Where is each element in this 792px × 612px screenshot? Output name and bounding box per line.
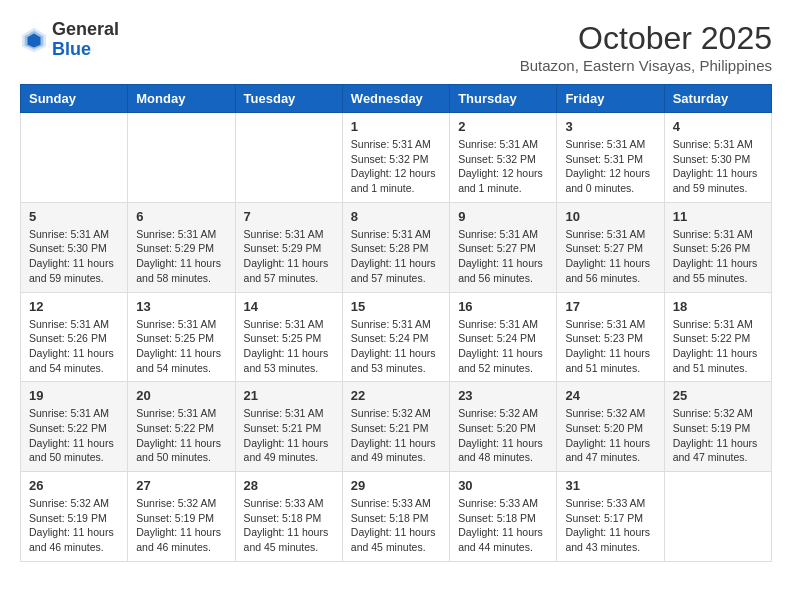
- day-number: 19: [29, 388, 119, 403]
- calendar-cell: 8Sunrise: 5:31 AM Sunset: 5:28 PM Daylig…: [342, 202, 449, 292]
- day-number: 24: [565, 388, 655, 403]
- calendar-cell: 22Sunrise: 5:32 AM Sunset: 5:21 PM Dayli…: [342, 382, 449, 472]
- calendar-cell: 26Sunrise: 5:32 AM Sunset: 5:19 PM Dayli…: [21, 472, 128, 562]
- day-number: 8: [351, 209, 441, 224]
- calendar-cell: 16Sunrise: 5:31 AM Sunset: 5:24 PM Dayli…: [450, 292, 557, 382]
- weekday-header-sunday: Sunday: [21, 85, 128, 113]
- day-info: Sunrise: 5:32 AM Sunset: 5:21 PM Dayligh…: [351, 406, 441, 465]
- day-info: Sunrise: 5:32 AM Sunset: 5:19 PM Dayligh…: [136, 496, 226, 555]
- calendar-cell: 10Sunrise: 5:31 AM Sunset: 5:27 PM Dayli…: [557, 202, 664, 292]
- day-number: 12: [29, 299, 119, 314]
- weekday-header-monday: Monday: [128, 85, 235, 113]
- day-info: Sunrise: 5:32 AM Sunset: 5:20 PM Dayligh…: [458, 406, 548, 465]
- day-info: Sunrise: 5:31 AM Sunset: 5:27 PM Dayligh…: [458, 227, 548, 286]
- calendar-cell: 4Sunrise: 5:31 AM Sunset: 5:30 PM Daylig…: [664, 113, 771, 203]
- day-info: Sunrise: 5:31 AM Sunset: 5:29 PM Dayligh…: [244, 227, 334, 286]
- calendar-week-row: 26Sunrise: 5:32 AM Sunset: 5:19 PM Dayli…: [21, 472, 772, 562]
- day-info: Sunrise: 5:31 AM Sunset: 5:24 PM Dayligh…: [458, 317, 548, 376]
- calendar-cell: 14Sunrise: 5:31 AM Sunset: 5:25 PM Dayli…: [235, 292, 342, 382]
- day-info: Sunrise: 5:33 AM Sunset: 5:18 PM Dayligh…: [244, 496, 334, 555]
- calendar-cell: [128, 113, 235, 203]
- calendar-cell: 6Sunrise: 5:31 AM Sunset: 5:29 PM Daylig…: [128, 202, 235, 292]
- logo: General Blue: [20, 20, 119, 60]
- day-info: Sunrise: 5:31 AM Sunset: 5:30 PM Dayligh…: [29, 227, 119, 286]
- calendar-cell: 3Sunrise: 5:31 AM Sunset: 5:31 PM Daylig…: [557, 113, 664, 203]
- day-number: 14: [244, 299, 334, 314]
- day-number: 11: [673, 209, 763, 224]
- logo-general-text: General: [52, 19, 119, 39]
- calendar-cell: 23Sunrise: 5:32 AM Sunset: 5:20 PM Dayli…: [450, 382, 557, 472]
- day-number: 4: [673, 119, 763, 134]
- day-number: 30: [458, 478, 548, 493]
- day-number: 23: [458, 388, 548, 403]
- calendar-cell: [21, 113, 128, 203]
- day-info: Sunrise: 5:32 AM Sunset: 5:19 PM Dayligh…: [29, 496, 119, 555]
- calendar-cell: 13Sunrise: 5:31 AM Sunset: 5:25 PM Dayli…: [128, 292, 235, 382]
- day-info: Sunrise: 5:31 AM Sunset: 5:27 PM Dayligh…: [565, 227, 655, 286]
- day-info: Sunrise: 5:31 AM Sunset: 5:29 PM Dayligh…: [136, 227, 226, 286]
- day-number: 26: [29, 478, 119, 493]
- calendar-cell: 30Sunrise: 5:33 AM Sunset: 5:18 PM Dayli…: [450, 472, 557, 562]
- calendar-cell: 28Sunrise: 5:33 AM Sunset: 5:18 PM Dayli…: [235, 472, 342, 562]
- weekday-header-row: SundayMondayTuesdayWednesdayThursdayFrid…: [21, 85, 772, 113]
- day-number: 10: [565, 209, 655, 224]
- day-number: 17: [565, 299, 655, 314]
- weekday-header-wednesday: Wednesday: [342, 85, 449, 113]
- day-number: 28: [244, 478, 334, 493]
- calendar-week-row: 12Sunrise: 5:31 AM Sunset: 5:26 PM Dayli…: [21, 292, 772, 382]
- calendar-cell: 24Sunrise: 5:32 AM Sunset: 5:20 PM Dayli…: [557, 382, 664, 472]
- day-number: 18: [673, 299, 763, 314]
- day-info: Sunrise: 5:31 AM Sunset: 5:32 PM Dayligh…: [458, 137, 548, 196]
- location-title: Butazon, Eastern Visayas, Philippines: [520, 57, 772, 74]
- calendar-cell: 19Sunrise: 5:31 AM Sunset: 5:22 PM Dayli…: [21, 382, 128, 472]
- day-number: 6: [136, 209, 226, 224]
- calendar-cell: 18Sunrise: 5:31 AM Sunset: 5:22 PM Dayli…: [664, 292, 771, 382]
- day-number: 3: [565, 119, 655, 134]
- calendar-week-row: 19Sunrise: 5:31 AM Sunset: 5:22 PM Dayli…: [21, 382, 772, 472]
- day-info: Sunrise: 5:33 AM Sunset: 5:18 PM Dayligh…: [351, 496, 441, 555]
- weekday-header-saturday: Saturday: [664, 85, 771, 113]
- page-header: General Blue October 2025 Butazon, Easte…: [20, 20, 772, 74]
- calendar-cell: 5Sunrise: 5:31 AM Sunset: 5:30 PM Daylig…: [21, 202, 128, 292]
- day-number: 13: [136, 299, 226, 314]
- day-info: Sunrise: 5:31 AM Sunset: 5:22 PM Dayligh…: [673, 317, 763, 376]
- calendar-cell: 9Sunrise: 5:31 AM Sunset: 5:27 PM Daylig…: [450, 202, 557, 292]
- day-info: Sunrise: 5:31 AM Sunset: 5:31 PM Dayligh…: [565, 137, 655, 196]
- day-number: 9: [458, 209, 548, 224]
- day-number: 25: [673, 388, 763, 403]
- day-info: Sunrise: 5:31 AM Sunset: 5:25 PM Dayligh…: [244, 317, 334, 376]
- day-info: Sunrise: 5:31 AM Sunset: 5:25 PM Dayligh…: [136, 317, 226, 376]
- day-info: Sunrise: 5:31 AM Sunset: 5:24 PM Dayligh…: [351, 317, 441, 376]
- day-number: 5: [29, 209, 119, 224]
- day-number: 22: [351, 388, 441, 403]
- day-number: 1: [351, 119, 441, 134]
- calendar-cell: [235, 113, 342, 203]
- weekday-header-thursday: Thursday: [450, 85, 557, 113]
- calendar-cell: 2Sunrise: 5:31 AM Sunset: 5:32 PM Daylig…: [450, 113, 557, 203]
- day-info: Sunrise: 5:31 AM Sunset: 5:23 PM Dayligh…: [565, 317, 655, 376]
- logo-icon: [20, 26, 48, 54]
- calendar-cell: 1Sunrise: 5:31 AM Sunset: 5:32 PM Daylig…: [342, 113, 449, 203]
- calendar-cell: 7Sunrise: 5:31 AM Sunset: 5:29 PM Daylig…: [235, 202, 342, 292]
- calendar-week-row: 5Sunrise: 5:31 AM Sunset: 5:30 PM Daylig…: [21, 202, 772, 292]
- day-info: Sunrise: 5:31 AM Sunset: 5:26 PM Dayligh…: [673, 227, 763, 286]
- day-info: Sunrise: 5:32 AM Sunset: 5:19 PM Dayligh…: [673, 406, 763, 465]
- calendar-week-row: 1Sunrise: 5:31 AM Sunset: 5:32 PM Daylig…: [21, 113, 772, 203]
- day-info: Sunrise: 5:33 AM Sunset: 5:17 PM Dayligh…: [565, 496, 655, 555]
- title-area: October 2025 Butazon, Eastern Visayas, P…: [520, 20, 772, 74]
- calendar-table: SundayMondayTuesdayWednesdayThursdayFrid…: [20, 84, 772, 562]
- calendar-cell: 11Sunrise: 5:31 AM Sunset: 5:26 PM Dayli…: [664, 202, 771, 292]
- weekday-header-friday: Friday: [557, 85, 664, 113]
- day-info: Sunrise: 5:31 AM Sunset: 5:26 PM Dayligh…: [29, 317, 119, 376]
- day-info: Sunrise: 5:31 AM Sunset: 5:22 PM Dayligh…: [136, 406, 226, 465]
- day-info: Sunrise: 5:33 AM Sunset: 5:18 PM Dayligh…: [458, 496, 548, 555]
- calendar-cell: 21Sunrise: 5:31 AM Sunset: 5:21 PM Dayli…: [235, 382, 342, 472]
- day-info: Sunrise: 5:31 AM Sunset: 5:30 PM Dayligh…: [673, 137, 763, 196]
- calendar-cell: 29Sunrise: 5:33 AM Sunset: 5:18 PM Dayli…: [342, 472, 449, 562]
- day-number: 7: [244, 209, 334, 224]
- day-info: Sunrise: 5:31 AM Sunset: 5:22 PM Dayligh…: [29, 406, 119, 465]
- calendar-cell: 17Sunrise: 5:31 AM Sunset: 5:23 PM Dayli…: [557, 292, 664, 382]
- day-number: 16: [458, 299, 548, 314]
- day-number: 21: [244, 388, 334, 403]
- day-info: Sunrise: 5:31 AM Sunset: 5:21 PM Dayligh…: [244, 406, 334, 465]
